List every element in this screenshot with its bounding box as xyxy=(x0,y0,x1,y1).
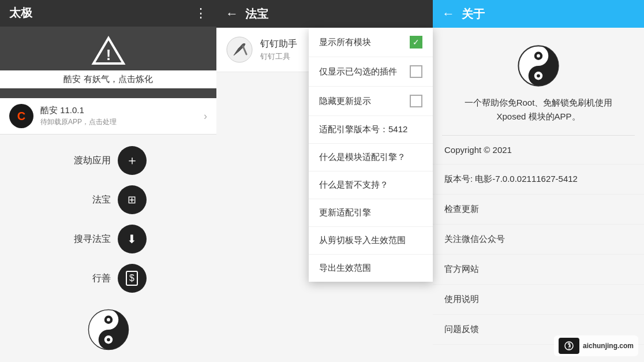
tools-icon xyxy=(226,36,253,64)
watermark: aichunjing.com xyxy=(554,335,638,356)
action-row-2: 法宝 ⊞ xyxy=(70,185,147,214)
action-area: 渡劫应用 ＋ 法宝 ⊞ 搜寻法宝 ⬇ 行善 $ xyxy=(0,135,216,362)
dropdown-item-2[interactable]: 隐藏更新提示 xyxy=(309,87,433,116)
left-title: 太极 xyxy=(9,5,32,21)
about-desc: 一个帮助你免Root、免解锁免刷机使用Xposed 模块的APP。 xyxy=(433,96,644,135)
dropdown-label-6: 更新适配引擎 xyxy=(319,207,371,218)
watermark-text: aichunjing.com xyxy=(583,342,634,350)
action-row-3: 搜寻法宝 ⬇ xyxy=(70,225,147,253)
about-item-website[interactable]: 官方网站 xyxy=(433,255,644,285)
action-label-2: 搜寻法宝 xyxy=(70,233,111,245)
right-title: 关于 xyxy=(462,6,485,22)
dropdown-label-3: 适配引擎版本号：5412 xyxy=(319,124,407,135)
taiji-logo xyxy=(88,309,129,350)
middle-back-icon[interactable]: ← xyxy=(226,6,238,21)
action-icon-3: $ xyxy=(126,271,138,286)
dropdown-label-7: 从剪切板导入生效范围 xyxy=(319,235,406,246)
about-item-update-label: 检查更新 xyxy=(444,204,479,214)
action-icon-0: ＋ xyxy=(126,152,138,169)
action-icon-1: ⊞ xyxy=(128,193,136,206)
svg-point-18 xyxy=(568,344,570,345)
svg-text:!: ! xyxy=(106,46,111,64)
dropdown-item-1[interactable]: 仅显示已勾选的插件 xyxy=(309,57,433,87)
svg-point-19 xyxy=(568,348,570,349)
svg-point-5 xyxy=(107,318,110,322)
about-item-website-label: 官方网站 xyxy=(444,264,479,274)
version-text: 版本号: 电影-7.0.0.02111627-5412 xyxy=(444,174,578,184)
action-label-3: 行善 xyxy=(70,273,111,285)
dropdown-label-1: 仅显示已勾选的插件 xyxy=(319,66,397,77)
about-item-manual-label: 使用说明 xyxy=(444,294,479,304)
action-btn-0[interactable]: ＋ xyxy=(118,146,147,175)
about-item-feedback-label: 问题反馈 xyxy=(444,324,479,334)
dropdown-item-5[interactable]: 什么是暂不支持？ xyxy=(309,171,433,199)
right-back-icon[interactable]: ← xyxy=(442,6,455,21)
warning-icon: ! xyxy=(91,36,126,66)
middle-panel: ← 法宝 钉钉助手 钉钉工具 显示所有模块 ✓ 仅显示已勾 xyxy=(216,0,433,362)
copyright-text: Copyright © 2021 xyxy=(444,145,512,155)
dropdown-item-8[interactable]: 导出生效范围 xyxy=(309,255,433,282)
action-btn-2[interactable]: ⬇ xyxy=(118,225,147,253)
action-row-1: 渡劫应用 ＋ xyxy=(70,146,147,175)
dropdown-item-0[interactable]: 显示所有模块 ✓ xyxy=(309,28,433,57)
about-item-manual[interactable]: 使用说明 xyxy=(433,285,644,315)
action-label-1: 法宝 xyxy=(70,194,111,206)
checkbox-0[interactable]: ✓ xyxy=(410,36,422,48)
warning-banner: ! 酷安 有妖气，点击炼化 xyxy=(0,27,216,98)
middle-header: ← 法宝 xyxy=(216,0,433,28)
about-content: 一个帮助你免Root、免解锁免刷机使用Xposed 模块的APP。 Copyri… xyxy=(433,28,644,362)
warning-text[interactable]: 酷安 有妖气，点击炼化 xyxy=(0,70,216,88)
app-icon: C xyxy=(9,104,33,128)
about-item-wechat[interactable]: 关注微信公众号 xyxy=(433,225,644,255)
svg-point-12 xyxy=(537,54,540,58)
svg-point-6 xyxy=(107,338,110,341)
action-label-0: 渡劫应用 xyxy=(70,155,111,167)
dropdown-item-4[interactable]: 什么是模块适配引擎？ xyxy=(309,144,433,171)
right-header: ← 关于 xyxy=(433,0,644,28)
action-icon-2: ⬇ xyxy=(127,232,137,246)
dots-menu-icon[interactable]: ⋮ xyxy=(194,6,207,21)
app-item[interactable]: C 酷安 11.0.1 待卸载原APP，点击处理 › xyxy=(0,98,216,135)
version-item: 版本号: 电影-7.0.0.02111627-5412 xyxy=(433,165,644,195)
svg-point-13 xyxy=(537,74,540,77)
dropdown-item-6[interactable]: 更新适配引擎 xyxy=(309,199,433,227)
left-header: 太极 ⋮ xyxy=(0,0,216,27)
checkbox-2[interactable] xyxy=(410,95,422,107)
right-panel: ← 关于 一个帮助你免Root、免解锁免刷机使用Xposed 模块的APP。 C… xyxy=(433,0,644,362)
dropdown-item-3: 适配引擎版本号：5412 xyxy=(309,116,433,144)
dropdown-item-7[interactable]: 从剪切板导入生效范围 xyxy=(309,227,433,255)
checkbox-1[interactable] xyxy=(410,65,422,78)
app-arrow-icon: › xyxy=(204,110,207,122)
left-panel: 太极 ⋮ ! 酷安 有妖气，点击炼化 C 酷安 11.0.1 待卸载原APP，点… xyxy=(0,0,216,362)
dropdown-label-8: 导出生效范围 xyxy=(319,263,371,274)
plugin-icon xyxy=(226,36,253,64)
watermark-logo xyxy=(559,338,579,354)
middle-title: 法宝 xyxy=(245,6,268,22)
about-logo-area xyxy=(433,39,644,96)
dropdown-label-0: 显示所有模块 xyxy=(319,37,371,48)
dropdown-label-5: 什么是暂不支持？ xyxy=(319,180,388,191)
action-btn-3[interactable]: $ xyxy=(118,264,147,293)
about-item-wechat-label: 关注微信公众号 xyxy=(444,234,505,244)
dropdown-label-4: 什么是模块适配引擎？ xyxy=(319,152,406,163)
action-row-4: 行善 $ xyxy=(70,264,147,293)
about-taiji-logo xyxy=(518,45,559,87)
dropdown-menu: 显示所有模块 ✓ 仅显示已勾选的插件 隐藏更新提示 适配引擎版本号：5412 什… xyxy=(309,28,433,282)
about-item-update[interactable]: 检查更新 xyxy=(433,195,644,225)
action-btn-1[interactable]: ⊞ xyxy=(118,185,147,214)
copyright-item: Copyright © 2021 xyxy=(433,136,644,165)
app-name: 酷安 11.0.1 xyxy=(40,105,204,116)
app-desc: 待卸载原APP，点击处理 xyxy=(40,117,204,127)
dropdown-label-2: 隐藏更新提示 xyxy=(319,96,371,107)
